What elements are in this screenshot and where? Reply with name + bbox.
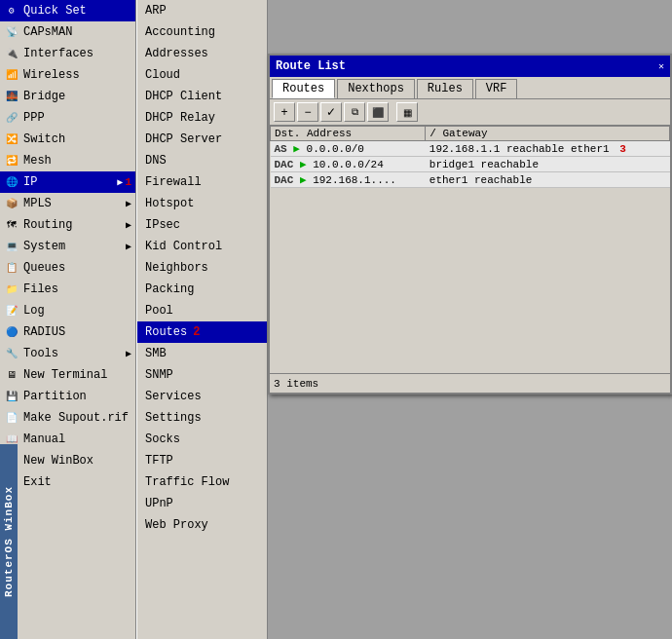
system-icon: 💻 <box>4 239 19 254</box>
submenu-item-firewall[interactable]: Firewall <box>137 171 267 193</box>
submenu-item-accounting[interactable]: Accounting <box>137 21 267 43</box>
sidebar-item-capsman[interactable]: 📡 CAPsMAN <box>0 21 135 43</box>
sidebar-item-exit[interactable]: 🚪 Exit <box>0 471 135 493</box>
sidebar-item-partition[interactable]: 💾 Partition <box>0 386 135 407</box>
sidebar-item-manual[interactable]: 📖 Manual <box>0 429 135 450</box>
sidebar-item-radius[interactable]: 🔵 RADIUS <box>0 321 135 343</box>
submenu-item-kid-control[interactable]: Kid Control <box>137 236 267 257</box>
add-button[interactable]: + <box>274 102 295 122</box>
sidebar-item-tools[interactable]: 🔧 Tools ▶ <box>0 343 135 364</box>
sidebar-label-mpls: MPLS <box>23 197 52 210</box>
submenu-item-hotspot[interactable]: Hotspot <box>137 193 267 214</box>
sidebar-item-switch[interactable]: 🔀 Switch <box>0 129 135 150</box>
submenu-item-dhcp-relay[interactable]: DHCP Relay <box>137 107 267 129</box>
radius-icon: 🔵 <box>4 324 19 340</box>
submenu-item-web-proxy[interactable]: Web Proxy <box>137 514 267 536</box>
sidebar-label-switch: Switch <box>23 132 65 146</box>
route-list-close-icon[interactable]: ✕ <box>658 60 664 72</box>
submenu-item-packing[interactable]: Packing <box>137 279 267 300</box>
tab-rules[interactable]: Rules <box>417 79 473 98</box>
col-dst-address[interactable]: Dst. Address <box>271 127 426 141</box>
log-icon: 📝 <box>4 303 19 319</box>
submenu-item-snmp[interactable]: SNMP <box>137 364 267 386</box>
route-gateway-dac2: ether1 reachable <box>426 172 670 188</box>
submenu-label-ipsec: IPsec <box>145 218 180 232</box>
row-annotation: 3 <box>619 143 626 155</box>
paste-button[interactable]: ⬛ <box>367 102 389 122</box>
submenu-label-dhcp-server: DHCP Server <box>145 132 222 146</box>
submenu-label-firewall: Firewall <box>145 175 202 189</box>
submenu-label-dhcp-relay: DHCP Relay <box>145 111 215 125</box>
submenu-item-ipsec[interactable]: IPsec <box>137 214 267 236</box>
submenu-item-upnp[interactable]: UPnP <box>137 493 267 514</box>
table-row[interactable]: AS ▶ 0.0.0.0/0 192.168.1.1 reachable eth… <box>271 141 670 157</box>
submenu-item-pool[interactable]: Pool <box>137 300 267 321</box>
submenu-item-cloud[interactable]: Cloud <box>137 64 267 86</box>
sidebar-item-new-winbox[interactable]: 🪟 New WinBox <box>0 450 135 471</box>
submenu-item-routes[interactable]: Routes 2 <box>137 321 267 343</box>
tab-nexthops[interactable]: Nexthops <box>337 79 415 98</box>
copy-button[interactable]: ⧉ <box>344 102 365 122</box>
submenu-label-smb: SMB <box>145 347 167 360</box>
submenu-item-socks[interactable]: Socks <box>137 429 267 450</box>
tab-vrf[interactable]: VRF <box>475 79 518 98</box>
ip-arrow-icon: ▶ <box>117 176 123 188</box>
sidebar-item-files[interactable]: 📁 Files <box>0 279 135 300</box>
submenu-item-dhcp-client[interactable]: DHCP Client <box>137 86 267 107</box>
winbox-label: RouterOS WinBox <box>0 444 18 639</box>
sidebar-item-queues[interactable]: 📋 Queues <box>0 257 135 279</box>
submenu-label-socks: Socks <box>145 432 180 446</box>
sidebar-item-routing[interactable]: 🗺 Routing ▶ <box>0 214 135 236</box>
sidebar-item-bridge[interactable]: 🌉 Bridge <box>0 86 135 107</box>
col-gateway[interactable]: / Gateway <box>426 127 670 141</box>
sidebar-item-mesh[interactable]: 🔁 Mesh <box>0 150 135 171</box>
submenu-item-traffic-flow[interactable]: Traffic Flow <box>137 471 267 493</box>
sidebar-label-queues: Queues <box>23 261 65 275</box>
route-type-dac2: DAC ▶ 192.168.1.... <box>271 172 426 188</box>
sidebar-item-wireless[interactable]: 📶 Wireless <box>0 64 135 86</box>
new-terminal-icon: 🖥 <box>4 367 19 383</box>
remove-button[interactable]: − <box>297 102 318 122</box>
bridge-icon: 🌉 <box>4 89 19 104</box>
sidebar-item-new-terminal[interactable]: 🖥 New Terminal <box>0 364 135 386</box>
filter-button[interactable]: ▦ <box>396 102 418 122</box>
submenu-item-arp[interactable]: ARP <box>137 0 267 21</box>
submenu-item-settings[interactable]: Settings <box>137 407 267 429</box>
submenu-item-dhcp-server[interactable]: DHCP Server <box>137 129 267 150</box>
sidebar-label-new-terminal: New Terminal <box>23 368 107 382</box>
table-row[interactable]: DAC ▶ 10.0.0.0/24 bridge1 reachable <box>271 157 670 172</box>
submenu-item-neighbors[interactable]: Neighbors <box>137 257 267 279</box>
submenu-item-dns[interactable]: DNS <box>137 150 267 171</box>
sidebar-label-files: Files <box>23 282 58 296</box>
ip-annotation: 1 <box>125 176 131 188</box>
submenu-item-services[interactable]: Services <box>137 386 267 407</box>
submenu-item-addresses[interactable]: Addresses <box>137 43 267 64</box>
sidebar-item-interfaces[interactable]: 🔌 Interfaces <box>0 43 135 64</box>
route-list-window: Route List ✕ Routes Nexthops Rules VRF +… <box>268 54 672 395</box>
route-list-tabs: Routes Nexthops Rules VRF <box>270 77 670 99</box>
sidebar-label-wireless: Wireless <box>23 68 80 82</box>
submenu-label-addresses: Addresses <box>145 47 208 60</box>
submenu-item-tftp[interactable]: TFTP <box>137 450 267 471</box>
tab-routes[interactable]: Routes <box>272 79 335 98</box>
sidebar-label-capsman: CAPsMAN <box>23 25 72 39</box>
submenu-label-dhcp-client: DHCP Client <box>145 90 222 103</box>
submenu-label-settings: Settings <box>145 411 202 425</box>
sidebar-item-quick-set[interactable]: ⚙ Quick Set <box>0 0 135 21</box>
sidebar-item-mpls[interactable]: 📦 MPLS ▶ <box>0 193 135 214</box>
mpls-icon: 📦 <box>4 196 19 211</box>
sidebar-label-make-supout: Make Supout.rif <box>23 411 129 425</box>
route-type-as: AS ▶ 0.0.0.0/0 <box>271 141 426 157</box>
sidebar-item-make-supout[interactable]: 📄 Make Supout.rif <box>0 407 135 429</box>
sidebar-label-radius: RADIUS <box>23 325 65 339</box>
sidebar: ⚙ Quick Set 📡 CAPsMAN 🔌 Interfaces 📶 Wir… <box>0 0 136 639</box>
table-row[interactable]: DAC ▶ 192.168.1.... ether1 reachable <box>271 172 670 188</box>
sidebar-item-ip[interactable]: 🌐 IP ▶ 1 <box>0 171 135 193</box>
sidebar-item-log[interactable]: 📝 Log <box>0 300 135 321</box>
route-type-dac1: DAC ▶ 10.0.0.0/24 <box>271 157 426 172</box>
sidebar-item-system[interactable]: 💻 System ▶ <box>0 236 135 257</box>
check-button[interactable]: ✓ <box>320 102 342 122</box>
sidebar-label-routing: Routing <box>23 218 72 232</box>
sidebar-item-ppp[interactable]: 🔗 PPP <box>0 107 135 129</box>
submenu-item-smb[interactable]: SMB <box>137 343 267 364</box>
